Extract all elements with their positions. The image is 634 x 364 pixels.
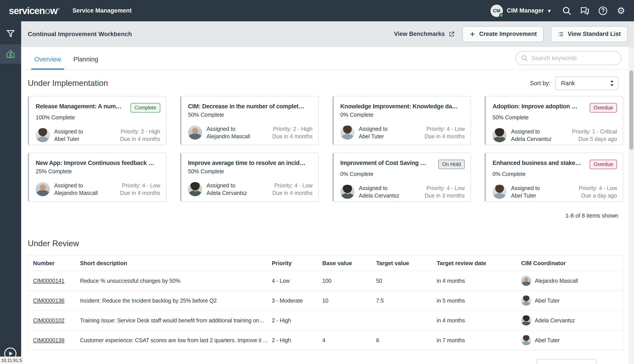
card-title: New App: Improve Continuous feedback … [36,160,160,166]
help-icon[interactable] [598,6,608,16]
card-percent-complete: 0% Complete [492,171,617,177]
row-description: Reduce % unsuccessful changes by 50% [80,278,272,284]
search-icon [521,54,528,62]
assignee-name: Adela Cervantsz [359,192,399,199]
assigned-to-label: Assigned to [511,128,551,135]
product-name: Service Management [73,7,132,14]
table-row[interactable]: CIM0000139 Customer experience: CSAT sco… [28,330,623,350]
list-icon [557,31,564,38]
sort-by-label: Sort by: [530,80,550,87]
card-due: Due in 3 months [425,192,465,199]
card-due: Due in 4 months [425,132,465,140]
row-priority: 4 - Low [272,278,322,284]
partial-control[interactable] [537,359,596,364]
card-title: Improvement of Cost Saving … [340,160,434,166]
card-priority: Priority: 4 - Low [272,182,312,189]
page-title: Continual Improvement Workbench [28,30,132,38]
card-percent-complete: 50% Complete [188,112,312,118]
items-shown-count: 1-8 of 8 items shown [28,212,623,219]
col-target-value: Target value [376,260,437,267]
record-number-link[interactable]: CIM0000136 [33,298,64,304]
row-target-review-date: in 5 months [437,298,521,304]
record-number-link[interactable]: CIM0000102 [33,317,64,324]
brand: servicenow™ Service Management [9,5,132,16]
section-title-under-implementation: Under Implementation [28,78,108,88]
chevron-down-icon: ▾ [548,8,551,14]
improvement-card[interactable]: Adoption: Improve adoption … Overdue 50%… [485,96,623,145]
table-row[interactable]: CIM0000136 Incident: Reduce the Incident… [28,290,623,310]
row-base-value: 100 [322,278,376,284]
card-title: Release Management: A num… [36,103,127,110]
card-due: Due a day ago [579,192,617,199]
status-badge: Overdue [590,103,617,112]
coordinator-avatar [521,335,531,345]
chat-icon[interactable] [580,6,590,16]
status-url-tooltip: 10.11.91.5 [0,356,23,364]
card-priority: Priority: 2 - High [272,125,312,132]
assigned-to-label: Assigned to [207,125,250,132]
card-title: Adoption: Improve adoption … [492,103,586,110]
col-number: Number [28,260,80,267]
improvement-card[interactable]: New App: Improve Continuous feedback … 2… [28,152,166,202]
row-target-review-date: in 7 months [437,337,521,344]
col-priority: Priority [272,260,322,267]
improvement-card[interactable]: Improvement of Cost Saving … On Hold 0% … [333,152,471,202]
tab-planning[interactable]: Planning [73,56,98,69]
assigned-to-label: Assigned to [511,184,540,192]
improvement-card[interactable]: Release Management: A num… Complete 100%… [28,96,166,145]
sidebar-item-home[interactable] [0,44,21,64]
improvement-card[interactable]: CIM: Decrease in the number of complet… … [180,96,319,145]
row-target-value: 7.5 [376,298,437,304]
row-target-value: 6 [376,337,437,344]
create-improvement-button[interactable]: Create Improvement [463,26,543,42]
assignee-name: Abel Tuter [54,135,83,143]
row-description: Training Issue: Service Desk staff would… [80,317,272,324]
filter-icon[interactable] [6,28,16,40]
row-description: Incident: Reduce the Incident backlog by… [80,298,272,304]
table-header-row: Number Short description Priority Base v… [28,256,623,271]
table-row[interactable]: CIM0000141 Reduce % unsuccessful changes… [28,271,623,290]
gear-icon[interactable]: ⚙ [616,6,626,16]
left-sidebar [0,21,21,364]
record-number-link[interactable]: CIM0000141 [33,278,64,284]
card-percent-complete: 50% Complete [188,168,312,174]
main-content: Overview Planning Under Implementation S… [21,47,629,364]
assignee-name: Adela Cervantsz [207,189,247,197]
improvement-card[interactable]: Enhanced business and stake… Overdue 0% … [485,152,623,202]
row-base-value: 10 [322,298,376,304]
app-header: servicenow™ Service Management CM CIM Ma… [0,0,634,21]
search-input[interactable] [531,55,616,62]
card-percent-complete: 0% Complete [340,171,465,177]
improvement-card[interactable]: Knowledge Improvement: Knowledge da… 0% … [333,96,471,145]
home-icon [5,49,16,59]
search-box[interactable] [515,51,621,65]
logo-o-mark: o [45,5,50,16]
trademark: ™ [57,8,60,11]
coordinator-name: Adela Cervantsz [535,317,575,324]
record-number-link[interactable]: CIM0000139 [33,337,64,343]
user-menu[interactable]: CM CIM Manager ▾ [490,4,551,17]
assignee-avatar [492,128,507,142]
row-priority: 3 - Moderate [272,298,322,304]
card-percent-complete: 50% Complete [492,114,617,121]
improvement-card[interactable]: Improve average time to resolve an incid… [180,152,319,202]
tab-overview[interactable]: Overview [34,56,61,69]
coordinator-name: Abel Tuter [535,298,560,304]
col-base-value: Base value [322,260,376,267]
coordinator-name: Abel Tuter [535,337,560,344]
row-target-review-date: in 4 months [437,278,521,284]
assigned-to-label: Assigned to [54,182,98,189]
scrollbar-thumb[interactable] [629,70,633,150]
improvement-cards-grid: Release Management: A num… Complete 100%… [28,96,623,202]
assignee-avatar [36,182,50,196]
view-benchmarks-link[interactable]: View Benchmarks [394,30,455,38]
table-row[interactable]: CIM0000102 Training Issue: Service Desk … [28,310,623,330]
card-percent-complete: 0% Complete [340,112,465,118]
view-standard-list-button[interactable]: View Standard List [551,26,627,42]
card-due: Due in 4 months [272,189,312,197]
search-icon[interactable] [562,6,572,16]
status-badge: Overdue [590,160,617,169]
sort-select[interactable]: Rank [555,76,618,90]
scrollbar-track[interactable] [629,47,634,364]
card-percent-complete: 100% Complete [36,114,160,121]
